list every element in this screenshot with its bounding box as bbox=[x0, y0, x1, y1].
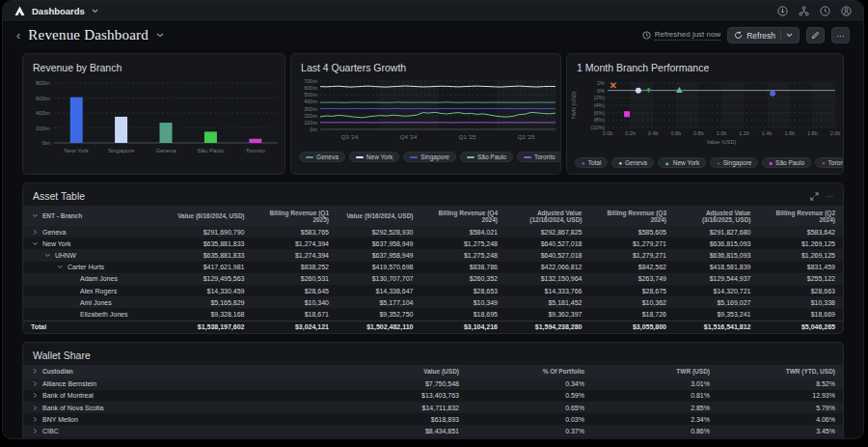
cell-value: $28,675 bbox=[590, 285, 675, 296]
refreshed-status: Refreshed just now bbox=[642, 30, 720, 41]
asset-row[interactable]: Adam Jones$129,495,563$260,531$130,707,7… bbox=[23, 273, 843, 285]
column-header: Value (USD) bbox=[341, 365, 467, 378]
wallet-row[interactable]: BNY Mellon$618,8930.03%2.34%4.06% bbox=[23, 413, 843, 425]
cell-value: $1,275,248 bbox=[421, 249, 506, 261]
title-dropdown-icon[interactable] bbox=[156, 33, 164, 38]
table-more-icon[interactable]: ··· bbox=[826, 192, 833, 201]
account-icon[interactable] bbox=[841, 6, 852, 16]
svg-text:(8%): (8%) bbox=[593, 117, 605, 123]
asset-row[interactable]: UHNW$635,881,833$1,274,394$637,958,949$1… bbox=[23, 249, 843, 261]
cell-value: 0.34% bbox=[467, 378, 592, 390]
asset-row[interactable]: Alex Rogers$14,330,459$28,645$14,338,647… bbox=[23, 285, 843, 296]
revenue-by-branch-bar-chart[interactable]: 0m200m400m600m800mNew YorkSingaporeGenev… bbox=[25, 75, 285, 160]
tree-collapse-icon[interactable] bbox=[31, 240, 39, 247]
export-icon[interactable] bbox=[777, 6, 788, 16]
asset-row[interactable]: Elizabeth Jones$9,328,168$18,671$9,352,7… bbox=[23, 308, 843, 321]
wallet-row[interactable]: Bank of Nova Scotia$14,711,8320.65%2.85%… bbox=[23, 402, 843, 413]
cell-value: $1,274,394 bbox=[253, 249, 338, 261]
asset-row[interactable]: Ami Jones$5,165,829$10,340$5,177,104$10,… bbox=[23, 296, 843, 308]
panel-revenue-by-branch: Revenue by Branch 0m200m400m600m800mNew … bbox=[22, 53, 285, 175]
asset-table-title: Asset Table bbox=[33, 190, 85, 202]
row-label: Ami Jones bbox=[80, 299, 112, 306]
svg-text:1.6b: 1.6b bbox=[785, 130, 796, 136]
tree-expand-icon[interactable] bbox=[31, 368, 39, 375]
row-label: Geneva bbox=[42, 229, 67, 236]
tree-expand-icon[interactable] bbox=[31, 380, 39, 387]
cell-value: 4.06% bbox=[718, 413, 843, 425]
cell-value: $291,690,790 bbox=[168, 226, 253, 237]
back-button[interactable]: ‹ bbox=[16, 29, 20, 42]
svg-text:1.4b: 1.4b bbox=[762, 130, 773, 136]
wallet-row[interactable]: CIBC$8,434,8510.37%0.86%3.45% bbox=[23, 425, 843, 436]
wallet-row[interactable]: Bank of Montreal$13,403,7630.59%0.81%12.… bbox=[23, 390, 843, 402]
hierarchy-icon[interactable] bbox=[799, 6, 809, 16]
legend-chip-são-paulo[interactable]: ■São Paulo bbox=[762, 157, 811, 168]
tree-expand-icon[interactable] bbox=[31, 229, 39, 236]
cell-value: $636,815,093 bbox=[674, 237, 759, 249]
branch-performance-scatter-chart[interactable]: 2%0%(2%)(4%)(6%)(8%)(10%)0.0b0.2b0.4b0.6… bbox=[569, 75, 844, 151]
tree-expand-icon[interactable] bbox=[31, 405, 39, 411]
cell-value: $422,066,812 bbox=[505, 262, 590, 273]
row-label: BNY Mellon bbox=[42, 416, 78, 423]
svg-text:200m: 200m bbox=[36, 126, 50, 131]
cell-value: 12.93% bbox=[718, 390, 843, 402]
wallet-share-title: Wallet Share bbox=[33, 349, 91, 361]
wallet-row[interactable]: Credit Suisse$23,794,4541.05%0.68%5.15% bbox=[23, 437, 843, 439]
svg-text:0.0b: 0.0b bbox=[603, 130, 613, 136]
tree-expand-icon[interactable] bbox=[31, 416, 39, 423]
tree-expand-icon[interactable] bbox=[31, 428, 39, 434]
refresh-button[interactable]: Refresh bbox=[727, 27, 800, 43]
expand-icon[interactable] bbox=[810, 192, 819, 201]
tree-expand-icon[interactable] bbox=[31, 392, 39, 399]
legend-chip-são-paulo[interactable]: São Paulo bbox=[460, 152, 513, 162]
legend-chip-new-york[interactable]: ▲New York bbox=[658, 157, 706, 168]
wallet-share-table: CustodianValue (USD)% Of PortfolioTWR (U… bbox=[23, 365, 843, 439]
cell-value: $3,055,800 bbox=[590, 321, 675, 333]
cell-value: $23,794,454 bbox=[341, 437, 467, 439]
cell-value: $5,177,104 bbox=[337, 296, 421, 308]
cell-value: $5,165,829 bbox=[168, 296, 253, 308]
column-header: TWR (USD) bbox=[592, 365, 718, 378]
legend-chip-total[interactable]: ●Total bbox=[575, 157, 608, 168]
column-header: Billing Revenue (Q1 2025) bbox=[253, 206, 338, 226]
dashboard-bar: ‹ Revenue Dashboard Refreshed just now R… bbox=[3, 22, 863, 48]
dashboards-menu[interactable]: Dashboards bbox=[32, 6, 85, 16]
cell-value: 3.01% bbox=[592, 378, 718, 390]
legend-chip-singapore[interactable]: +Singapore bbox=[710, 157, 758, 168]
cell-value: $9,328,168 bbox=[168, 308, 253, 321]
column-header: Custodian bbox=[42, 368, 73, 375]
cell-value: $5,169,027 bbox=[674, 296, 759, 308]
app-logo[interactable] bbox=[14, 6, 25, 16]
row-label: New York bbox=[42, 240, 71, 247]
wallet-share-panel: Wallet Share CustodianValue (USD)% Of Po… bbox=[22, 342, 844, 439]
edit-button[interactable] bbox=[806, 27, 825, 43]
legend-chip-toronto[interactable]: ×Toronto bbox=[815, 157, 844, 168]
legend-chip-geneva[interactable]: Geneva bbox=[299, 152, 345, 162]
cell-value: $1,516,541,812 bbox=[674, 321, 759, 333]
tree-collapse-icon[interactable] bbox=[31, 212, 39, 219]
asset-row[interactable]: Geneva$291,690,790$583,765$292,528,930$5… bbox=[23, 226, 843, 237]
wallet-row[interactable]: Alliance Bernstein$7,750,5480.34%3.01%8.… bbox=[23, 378, 843, 390]
cell-value: $14,320,721 bbox=[674, 285, 759, 296]
row-label: Bank of Montreal bbox=[42, 392, 94, 399]
svg-text:(6%): (6%) bbox=[593, 110, 605, 116]
more-button[interactable]: ··· bbox=[831, 27, 850, 43]
legend-chip-toronto[interactable]: Toronto bbox=[517, 152, 561, 162]
column-header: ENT - Branch bbox=[42, 212, 82, 219]
svg-text:Q3 '24: Q3 '24 bbox=[341, 134, 359, 140]
panel-quarters-growth: Last 4 Quarters Growth Q3 '24Q4 '24Q1 '2… bbox=[290, 53, 561, 175]
legend-chip-geneva[interactable]: ●Geneva bbox=[611, 157, 653, 168]
history-icon[interactable] bbox=[820, 6, 830, 16]
legend-chip-new-york[interactable]: New York bbox=[349, 152, 399, 162]
chevron-down-icon[interactable] bbox=[92, 9, 98, 14]
cell-value: $640,527,018 bbox=[505, 237, 590, 249]
asset-row[interactable]: New York$635,881,833$1,274,394$637,958,9… bbox=[23, 237, 843, 249]
tree-collapse-icon[interactable] bbox=[56, 264, 64, 270]
cell-value: $292,528,930 bbox=[337, 226, 421, 237]
svg-text:1.0b: 1.0b bbox=[717, 130, 727, 136]
quarters-growth-line-chart[interactable]: Q3 '24Q4 '24Q1 '25Q2 '250m100m200m300m40… bbox=[293, 75, 561, 145]
cell-value: 0.03% bbox=[467, 413, 592, 425]
legend-chip-singapore[interactable]: Singapore bbox=[403, 152, 456, 162]
tree-collapse-icon[interactable] bbox=[43, 252, 51, 259]
asset-row[interactable]: Carter Hurts$417,621,981$838,252$419,570… bbox=[23, 262, 843, 273]
